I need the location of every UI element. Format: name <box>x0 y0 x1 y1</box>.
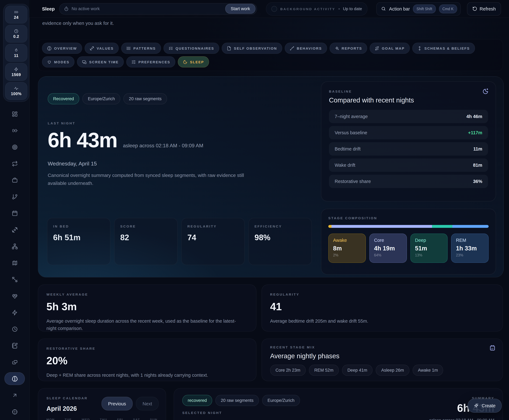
baseline-row: Bedtime drift11m <box>329 142 488 156</box>
scrolled-subtitle: evidence only when you ask for it. <box>42 20 114 26</box>
timezone-badge[interactable]: Europe/Zurich <box>262 395 300 406</box>
sleep-calendar-card: SLEEP CALENDAR April 2026 Previous Next … <box>38 388 166 420</box>
nav-time[interactable] <box>0 321 29 337</box>
night-stat-cards: IN BED6h 51m SCORE82 REGULARITY74 EFFICI… <box>47 218 312 265</box>
nav-hierarchy[interactable] <box>0 238 29 255</box>
sparkles-icon <box>474 403 479 408</box>
stage-card-deep: Deep 51m 13% <box>410 233 448 263</box>
restorative-share-card: RESTORATIVE SHARE 20% Deep + REM share a… <box>38 338 256 381</box>
baseline-row: Wake drift81m <box>329 158 488 172</box>
hero-badges: Recovered Europe/Zurich 20 raw segments <box>48 93 167 104</box>
nav-energy[interactable] <box>0 122 29 139</box>
kbd-shift-shift: Shift Shift <box>413 4 436 13</box>
night-date: Wednesday, April 15 <box>48 161 97 167</box>
raw-segments-badge[interactable]: 20 raw segments <box>123 93 167 104</box>
nav-energy-log[interactable] <box>0 304 29 321</box>
stage-bar-rem <box>453 225 489 228</box>
tab-self-observation[interactable]: SELF OBSERVATION <box>222 43 282 54</box>
selected-night-label: SELECTED NIGHT <box>182 411 222 415</box>
baseline-rows: 7–night average4h 46m Versus baseline+11… <box>329 110 488 188</box>
orbit-icon <box>12 227 18 233</box>
tab-screen-time[interactable]: SCREEN TIME <box>77 56 124 68</box>
start-work-button[interactable]: Start work <box>225 4 256 14</box>
status-badge-recovered[interactable]: Recovered <box>48 93 79 104</box>
chip-awake[interactable]: Awake 1m <box>412 365 443 376</box>
sidebar-stat-value: 0.2 <box>13 34 19 39</box>
chip-deep[interactable]: Deep 41m <box>342 365 373 376</box>
nav-goals[interactable] <box>0 139 29 155</box>
sidebar-stat-streak[interactable]: 11 <box>5 44 27 62</box>
tab-behaviors[interactable]: BEHAVIORS <box>285 43 327 54</box>
monitor-smartphone-icon <box>82 60 87 64</box>
battery-charging-icon <box>14 10 18 14</box>
chip-rem[interactable]: REM 52m <box>309 365 339 376</box>
background-activity-pill[interactable]: BACKGROUND ACTIVITY Up to date <box>266 2 367 15</box>
zap-icon <box>14 67 18 71</box>
nav-habits[interactable] <box>0 155 29 172</box>
nav-work[interactable] <box>0 172 29 188</box>
nav-branches[interactable] <box>0 188 29 205</box>
tab-goal-map[interactable]: GOAL MAP <box>370 43 410 54</box>
sidebar-stat-battery[interactable]: 24 <box>5 6 27 23</box>
tab-patterns[interactable]: PATTERNS <box>121 43 161 54</box>
summary-asleep-range: asleep across 02:18 AM - 09:09 AM <box>429 418 494 420</box>
tab-preferences[interactable]: PREFERENCES <box>126 56 175 68</box>
stage-composition-label: STAGE COMPOSITION <box>328 216 489 220</box>
tab-sleep-active[interactable]: SLEEP <box>178 56 209 68</box>
chip-asleep[interactable]: Asleep 26m <box>376 365 409 376</box>
timezone-badge[interactable]: Europe/Zurich <box>82 93 120 104</box>
battery-charging-icon <box>12 128 18 134</box>
sliders-icon <box>131 60 136 64</box>
night-description: Canonical overnight summary computed fro… <box>48 172 251 187</box>
stage-bar-core <box>331 225 432 228</box>
stage-bar-awake <box>328 225 331 228</box>
list-checks-icon <box>169 46 173 50</box>
calendar-previous-button[interactable]: Previous <box>101 397 133 411</box>
nav-health[interactable] <box>0 288 29 304</box>
refresh-button[interactable]: Refresh <box>467 2 501 15</box>
last-night-panel: Recovered Europe/Zurich 20 raw segments … <box>38 76 504 278</box>
action-bar-button[interactable]: Action bar Shift Shift Cmd K <box>376 2 460 15</box>
nav-calendar[interactable] <box>0 205 29 221</box>
stage-composition-bar <box>328 225 489 228</box>
stage-bar-deep <box>432 225 452 228</box>
nav-focus[interactable] <box>0 404 29 420</box>
raw-segments-badge[interactable]: 20 raw segments <box>215 395 259 406</box>
map-icon <box>12 260 18 266</box>
nav-screens[interactable] <box>0 354 29 370</box>
last-night-label: LAST NIGHT <box>48 121 75 125</box>
stage-card-core: Core 4h 19m 64% <box>369 233 407 263</box>
layout-dashboard-icon <box>12 111 18 117</box>
tab-overview[interactable]: OVERVIEW <box>42 43 82 54</box>
topbar: Sleep No active work Start work BACKGROU… <box>29 0 509 18</box>
nav-external[interactable] <box>0 387 29 404</box>
sidebar-stat-health[interactable]: 100% <box>5 82 27 100</box>
chip-core[interactable]: Core 2h 23m <box>270 365 306 376</box>
spline-chart-icon <box>290 46 294 50</box>
tab-modes[interactable]: MODES <box>42 56 75 68</box>
nav-map[interactable] <box>0 255 29 271</box>
sidebar-stat-hours[interactable]: 0.2 <box>5 25 27 43</box>
tab-questionnaires[interactable]: QUESTIONNAIRES <box>164 43 219 54</box>
nav-sleep-active[interactable] <box>0 370 29 387</box>
create-button[interactable]: Create <box>468 399 502 413</box>
tab-reports[interactable]: REPORTS <box>329 43 367 54</box>
active-nav-pill <box>4 372 25 385</box>
work-session-input[interactable]: No active work Start work <box>59 3 257 15</box>
baseline-label: BASELINE <box>329 90 488 93</box>
nav-dashboard[interactable] <box>0 106 29 122</box>
sparkles-icon <box>335 46 339 50</box>
duration-row: 6h 43m asleep across 02:18 AM - 09:09 AM <box>48 128 203 152</box>
tab-schemas-beliefs[interactable]: SCHEMAS & BELIEFS <box>412 43 475 54</box>
nav-values[interactable] <box>0 221 29 238</box>
recovered-badge[interactable]: recovered <box>182 395 212 406</box>
sidebar-stat-value: 1569 <box>12 72 21 77</box>
tab-values[interactable]: VALUES <box>85 43 119 54</box>
calendar-next-button[interactable]: Next <box>136 397 159 411</box>
nav-training[interactable] <box>0 271 29 288</box>
nav-journal[interactable] <box>0 337 29 354</box>
sidebar-stat-value: 11 <box>14 53 18 58</box>
calendar-icon <box>12 210 18 216</box>
baseline-card: BASELINE Compared with recent nights 7–n… <box>321 82 496 201</box>
sidebar-stat-energy[interactable]: 1569 <box>5 63 27 81</box>
